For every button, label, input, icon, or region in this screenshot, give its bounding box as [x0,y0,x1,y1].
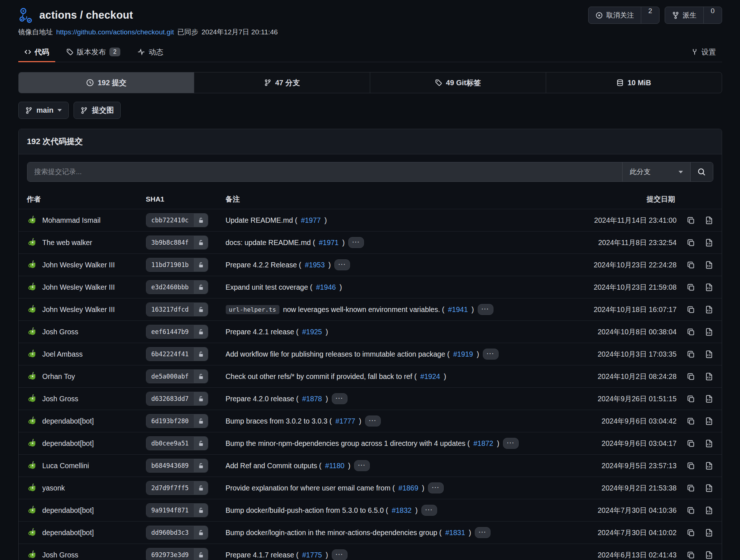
copy-sha-icon[interactable] [687,238,695,247]
copy-sha-icon[interactable] [687,350,695,358]
commit-sha-button[interactable]: 9a9194f871 [146,503,208,517]
browse-source-icon[interactable] [705,216,713,225]
pr-link[interactable]: #1946 [316,283,336,292]
copy-sha-icon[interactable] [687,328,695,336]
pr-link[interactable]: #1878 [302,395,322,403]
expand-message-button[interactable]: ··· [421,505,437,516]
browse-source-icon[interactable] [705,328,713,336]
browse-source-icon[interactable] [705,261,713,269]
expand-message-button[interactable]: ··· [332,393,348,404]
pr-link[interactable]: #1953 [305,261,325,269]
branch-filter-dropdown[interactable]: 此分支 [622,162,690,181]
expand-message-button[interactable]: ··· [334,259,350,270]
fork-button[interactable]: 派生 0 [665,7,722,24]
browse-source-icon[interactable] [705,350,713,358]
commit-sha-button[interactable]: db0cee9a51 [146,436,208,450]
commit-sha-button[interactable]: cbb722410c [146,213,208,227]
copy-sha-icon[interactable] [687,529,695,537]
pr-link[interactable]: #1180 [325,462,345,470]
watchers-count[interactable]: 2 [641,7,659,23]
expand-message-button[interactable]: ··· [365,416,381,426]
pr-link[interactable]: #1971 [319,238,338,247]
repo-owner-link[interactable]: actions [40,9,77,21]
commit-sha-button[interactable]: 692973e3d9 [146,548,208,560]
commit-sha-button[interactable]: 163217dfcd [146,302,208,316]
pr-link[interactable]: #1832 [392,506,412,515]
copy-sha-icon[interactable] [687,395,695,403]
expand-message-button[interactable]: ··· [483,349,499,360]
browse-source-icon[interactable] [705,417,713,425]
pr-link[interactable]: #1941 [448,305,468,314]
pr-link[interactable]: #1869 [398,484,418,492]
expand-message-button[interactable]: ··· [475,527,491,538]
repo-avatar-icon [18,7,34,23]
browse-source-icon[interactable] [705,238,713,247]
commit-sha-button[interactable]: d632683dd7 [146,392,208,406]
tab-activity[interactable]: 动态 [131,42,169,62]
expand-message-button[interactable]: ··· [503,438,519,449]
expand-message-button[interactable]: ··· [428,482,444,493]
copy-sha-icon[interactable] [687,484,695,492]
tab-settings[interactable]: 设置 [685,42,722,62]
browse-source-icon[interactable] [705,439,713,448]
browse-source-icon[interactable] [705,283,713,292]
pr-link[interactable]: #1775 [302,551,322,559]
commit-sha-button[interactable]: 2d7d9f7ff5 [146,481,208,495]
commit-sha-button[interactable]: 11bd71901b [146,258,208,272]
search-button[interactable] [690,162,713,181]
clock-history-icon [86,79,94,87]
unwatch-button[interactable]: 取消关注 2 [588,7,660,24]
expand-message-button[interactable]: ··· [354,460,370,471]
expand-message-button[interactable]: ··· [348,237,364,248]
copy-sha-icon[interactable] [687,261,695,269]
mirror-url-link[interactable]: https://github.com/actions/checkout.git [56,28,174,36]
copy-sha-icon[interactable] [687,462,695,470]
browse-source-icon[interactable] [705,372,713,381]
browse-source-icon[interactable] [705,529,713,537]
commit-row: Josh Gross d632683dd7 Prepare 4.2.0 rele… [19,387,722,410]
expand-message-button[interactable]: ··· [478,304,493,315]
copy-sha-icon[interactable] [687,439,695,448]
commit-sha-button[interactable]: b684943689 [146,459,208,473]
commit-sha-button[interactable]: eef61447b9 [146,325,208,339]
commit-sha-button[interactable]: dd960bd3c3 [146,526,208,540]
commit-sha-button[interactable]: 6b42224f41 [146,347,208,361]
commit-search-input[interactable] [27,162,622,181]
pr-link[interactable]: #1872 [473,439,493,448]
repo-name-link[interactable]: checkout [86,9,133,21]
forks-count[interactable]: 0 [703,7,722,23]
copy-sha-icon[interactable] [687,551,695,559]
commit-graph-button[interactable]: 提交图 [74,102,121,119]
commit-sha-button[interactable]: de5a000abf [146,369,208,383]
pr-link[interactable]: #1919 [453,350,473,358]
branch-selector[interactable]: main [18,102,69,119]
commit-sha-button[interactable]: e3d2460bbb [146,280,208,294]
pr-link[interactable]: #1925 [302,328,322,336]
copy-sha-icon[interactable] [687,506,695,515]
browse-source-icon[interactable] [705,551,713,559]
pr-link[interactable]: #1831 [445,529,465,537]
browse-source-icon[interactable] [705,305,713,314]
tab-releases[interactable]: 版本发布 2 [60,42,127,62]
pr-link[interactable]: #1977 [301,216,321,225]
copy-sha-icon[interactable] [687,372,695,381]
pr-link[interactable]: #1777 [335,417,355,425]
commits-count-heading: 192 次代码提交 [27,136,713,147]
copy-sha-icon[interactable] [687,283,695,292]
tab-code[interactable]: 代码 [18,42,55,62]
copy-sha-icon[interactable] [687,216,695,225]
stat-branches[interactable]: 47 分支 [194,72,370,93]
browse-source-icon[interactable] [705,462,713,470]
commit-sha-button[interactable]: 6d193bf280 [146,414,208,428]
browse-source-icon[interactable] [705,506,713,515]
expand-message-button[interactable]: ··· [332,549,348,560]
commit-sha-button[interactable]: 3b9b8c884f [146,236,208,249]
pr-link[interactable]: #1924 [420,372,440,381]
stat-tags[interactable]: 49 Git标签 [370,72,546,93]
browse-source-icon[interactable] [705,395,713,403]
stat-size[interactable]: 10 MiB [546,72,722,93]
browse-source-icon[interactable] [705,484,713,492]
copy-sha-icon[interactable] [687,417,695,425]
copy-sha-icon[interactable] [687,305,695,314]
stat-commits[interactable]: 192 提交 [19,72,194,93]
